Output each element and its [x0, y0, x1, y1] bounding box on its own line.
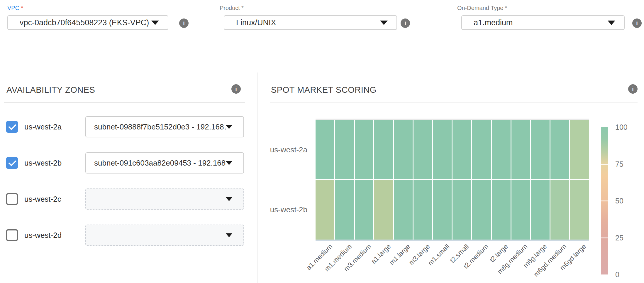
- dropdown-arrow-icon: [226, 233, 232, 237]
- info-icon[interactable]: i: [401, 18, 410, 28]
- heatmap-cell-us-west-2a-m3.large[interactable]: [413, 120, 432, 179]
- heatmap-cell-us-west-2b-t2.large[interactable]: [492, 180, 511, 240]
- az-row: us-west-2b subnet-091c603aa82e09453 - 19…: [0, 152, 257, 173]
- color-scale-bar: [601, 127, 608, 274]
- heatmap-cell-us-west-2b-m1.medium[interactable]: [335, 180, 354, 240]
- az-row: us-west-2a subnet-09888f7be5152d0e3 - 19…: [0, 116, 257, 137]
- heatmap-row-label-us-west-2b: us-west-2b: [246, 205, 307, 214]
- section-divider: [270, 102, 638, 102]
- info-icon[interactable]: i: [628, 84, 638, 94]
- heatmap-row-label-us-west-2a: us-west-2a: [246, 145, 307, 154]
- dropdown-arrow-icon: [380, 21, 388, 25]
- heatmap-cell-us-west-2b-m6gd.medium[interactable]: [550, 180, 569, 240]
- heatmap-column-label-text: m1.large: [388, 242, 412, 267]
- vpc-select-value: vpc-0adcb70f645508223 (EKS-VPC): [20, 18, 149, 27]
- color-scale-label-50: 50: [615, 197, 639, 205]
- heatmap-cell-us-west-2a-m1.medium[interactable]: [335, 120, 354, 179]
- az-checkbox-us-west-2d[interactable]: [6, 229, 18, 241]
- heatmap-cell-us-west-2a-t2.small[interactable]: [453, 120, 471, 179]
- heatmap-cell-us-west-2b-t2.medium[interactable]: [472, 180, 491, 240]
- heatmap-cell-us-west-2a-a1.medium[interactable]: [316, 120, 334, 179]
- heatmap-cell-us-west-2b-m6g.medium[interactable]: [511, 180, 530, 240]
- subnet-select-us-west-2c[interactable]: [85, 188, 244, 210]
- heatmap-cell-us-west-2a-m6g.large[interactable]: [531, 120, 550, 179]
- dropdown-arrow-icon: [226, 161, 232, 165]
- heatmap-cell-us-west-2b-a1.large[interactable]: [374, 180, 393, 240]
- heatmap-cell-us-west-2a-m1.large[interactable]: [394, 120, 413, 179]
- az-row: us-west-2c: [0, 188, 257, 210]
- section-divider: [4, 102, 245, 103]
- vpc-label: VPC*: [7, 5, 23, 11]
- az-checkbox-us-west-2c[interactable]: [6, 193, 18, 205]
- heatmap-cell-us-west-2b-t2.small[interactable]: [453, 180, 471, 240]
- page: VPC* vpc-0adcb70f645508223 (EKS-VPC) i P…: [0, 0, 644, 283]
- subnet-select-us-west-2b[interactable]: subnet-091c603aa82e09453 - 192.168…: [85, 152, 244, 173]
- on-demand-type-select-value: a1.medium: [474, 18, 513, 27]
- heatmap-cell-us-west-2b-m6g.large[interactable]: [531, 180, 550, 240]
- product-select-value: Linux/UNIX: [236, 18, 276, 27]
- dropdown-arrow-icon: [151, 21, 159, 25]
- info-icon[interactable]: i: [231, 84, 241, 94]
- az-zone-label: us-west-2b: [24, 152, 62, 173]
- az-zone-label: us-west-2c: [24, 188, 61, 210]
- availability-zones-title: AVAILABILITY ZONES: [6, 85, 95, 95]
- subnet-select-value: subnet-091c603aa82e09453 - 192.168…: [94, 159, 226, 168]
- info-icon[interactable]: i: [179, 18, 189, 28]
- on-demand-type-select[interactable]: a1.medium: [461, 15, 625, 30]
- heatmap-cell-us-west-2b-m1.large[interactable]: [394, 180, 413, 240]
- heatmap-cell-us-west-2a-t2.medium[interactable]: [472, 120, 491, 179]
- heatmap-cell-us-west-2a-m6gd.large[interactable]: [570, 120, 589, 179]
- heatmap-cell-us-west-2a-a1.large[interactable]: [374, 120, 393, 179]
- subnet-select-us-west-2d[interactable]: [85, 225, 244, 246]
- az-row: us-west-2d: [0, 225, 257, 246]
- heatmap-cell-us-west-2b-m1.small[interactable]: [433, 180, 452, 240]
- dropdown-arrow-icon: [226, 125, 232, 129]
- heatmap-cell-us-west-2a-m1.small[interactable]: [433, 120, 452, 179]
- heatmap-cell-us-west-2b-a1.medium[interactable]: [316, 180, 334, 240]
- panel-divider: [257, 73, 257, 283]
- info-icon[interactable]: i: [632, 18, 642, 28]
- color-scale-tick: [601, 237, 608, 238]
- heatmap-cell-us-west-2b-m3.large[interactable]: [413, 180, 432, 240]
- on-demand-type-label-text: On-Demand Type: [457, 5, 504, 11]
- dropdown-arrow-icon: [608, 21, 615, 25]
- heatmap-cell-us-west-2a-m3.medium[interactable]: [355, 120, 374, 179]
- az-zone-label: us-west-2d: [24, 225, 62, 246]
- color-scale-label-25: 25: [615, 234, 639, 242]
- required-asterisk: *: [241, 5, 244, 11]
- az-checkbox-us-west-2b[interactable]: [6, 157, 18, 169]
- subnet-select-value: subnet-09888f7be5152d0e3 - 192.168…: [94, 122, 226, 132]
- heatmap-cell-us-west-2b-m3.medium[interactable]: [355, 180, 374, 240]
- az-zone-label: us-west-2a: [24, 116, 62, 137]
- color-scale-label-0: 0: [615, 270, 639, 279]
- subnet-select-us-west-2a[interactable]: subnet-09888f7be5152d0e3 - 192.168…: [85, 116, 244, 137]
- color-scale-tick: [601, 201, 608, 201]
- vpc-label-text: VPC: [7, 5, 19, 11]
- heatmap-column-label-text: m1.small: [426, 242, 451, 267]
- required-asterisk: *: [21, 5, 23, 11]
- color-scale-tick: [601, 164, 608, 165]
- heatmap-grid: [316, 120, 589, 240]
- product-label-text: Product: [220, 5, 240, 11]
- dropdown-arrow-icon: [226, 197, 232, 201]
- spot-market-scoring-title: SPOT MARKET SCORING: [271, 85, 377, 95]
- product-label: Product*: [220, 5, 244, 11]
- required-asterisk: *: [505, 5, 507, 11]
- vpc-select[interactable]: vpc-0adcb70f645508223 (EKS-VPC): [7, 15, 168, 30]
- product-select[interactable]: Linux/UNIX: [224, 15, 397, 30]
- heatmap-cell-us-west-2a-m6g.medium[interactable]: [511, 120, 530, 179]
- color-scale-label-100: 100: [615, 123, 639, 131]
- heatmap-cell-us-west-2b-m6gd.large[interactable]: [570, 180, 589, 240]
- az-checkbox-us-west-2a[interactable]: [6, 121, 18, 133]
- color-scale-label-75: 75: [615, 160, 639, 168]
- on-demand-type-label: On-Demand Type*: [457, 5, 507, 11]
- heatmap-axis-line: [316, 240, 589, 241]
- heatmap-cell-us-west-2a-t2.large[interactable]: [492, 120, 511, 179]
- heatmap-cell-us-west-2a-m6gd.medium[interactable]: [550, 120, 569, 179]
